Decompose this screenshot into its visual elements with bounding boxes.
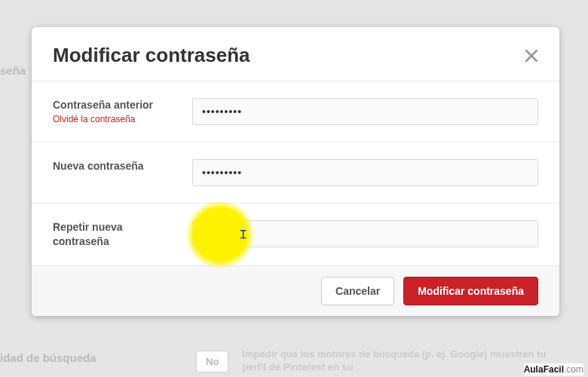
modal-header: Modificar contraseña xyxy=(32,27,559,81)
bg-label-search-privacy: idad de búsqueda xyxy=(0,351,96,364)
close-icon[interactable] xyxy=(525,49,538,63)
watermark: AulaFacil.com xyxy=(524,363,583,375)
modal-title: Modificar contraseña xyxy=(53,44,250,67)
row-new-password: Nueva contraseña xyxy=(32,142,559,203)
label-repeat-password: Repetir nueva contraseña xyxy=(53,220,177,249)
label-new-password: Nueva contraseña xyxy=(53,159,177,173)
repeat-password-input[interactable] xyxy=(192,220,538,247)
watermark-brand: AulaFacil xyxy=(524,364,564,375)
bg-bottom-row: No Impedir que los motores de búsqueda (… xyxy=(196,345,565,377)
old-password-input[interactable] xyxy=(192,98,538,125)
submit-button[interactable]: Modificar contraseña xyxy=(403,277,538,305)
new-password-input[interactable] xyxy=(192,159,538,186)
cancel-button[interactable]: Cancelar xyxy=(321,277,394,305)
change-password-modal: Modificar contraseña Contraseña anterior… xyxy=(32,27,559,316)
label-old-password: Contraseña anterior xyxy=(53,98,177,112)
row-repeat-password: Repetir nueva contraseña 𝙸 xyxy=(32,203,559,265)
bg-privacy-text: Impedir que los motores de búsqueda (p. … xyxy=(242,348,565,374)
modal-footer: Cancelar Modificar contraseña xyxy=(32,265,559,316)
row-old-password: Contraseña anterior Olvidé la contraseña xyxy=(32,81,559,142)
bg-label-password: seña xyxy=(0,64,26,77)
watermark-domain: .com xyxy=(564,364,583,375)
bg-no-button: No xyxy=(196,351,228,372)
forgot-password-link[interactable]: Olvidé la contraseña xyxy=(53,114,177,124)
